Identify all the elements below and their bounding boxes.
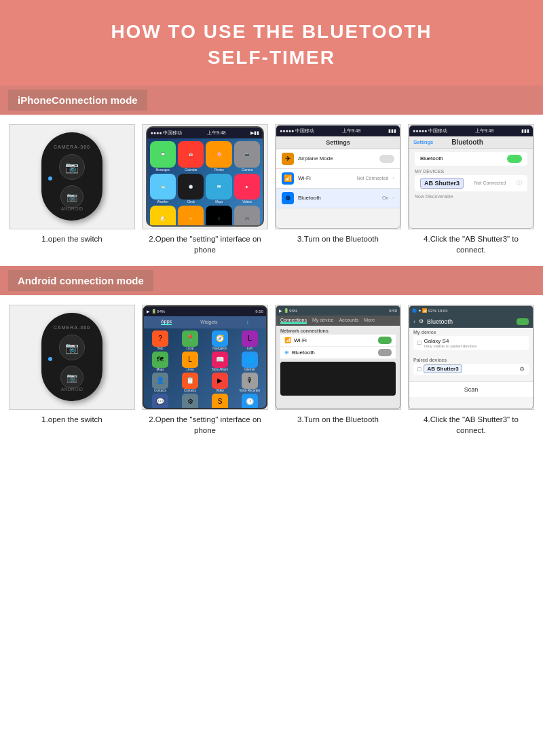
messenger-app-icon: 💬 [152,394,168,408]
wifi-conn-toggle[interactable] [378,337,392,344]
apps-tab[interactable]: Apps [161,319,172,325]
iphone-caption-4: 4.Click the "AB Shutter3" to connect. [408,233,534,255]
android-section-label: Android connection mode [8,270,153,291]
iphone-top-bar: ●●●● 中国移动 上午9:48 ▶▮▮ [147,128,263,138]
android-conn-screen: ▶ 🔋 94% 9:50 Connections My device Accou… [276,305,400,409]
wifi-conn-label: Wi-Fi [294,337,378,343]
accounts-tab[interactable]: Accounts [339,318,358,324]
android-step-1-img: CAMERA-360 📷 📷 iOS ANDROID [9,305,135,410]
android-ios-label: iOS [68,377,76,382]
bluetooth-icon: ⊕ [282,192,294,204]
android-section: Android connection mode CAMERA-360 📷 📷 i… [0,266,543,441]
iphone-step-4: ●●●●● 中国移动 上午9:48 ▮▮▮ Settings Bluetooth… [405,121,538,258]
connections-tab[interactable]: Connections [280,318,307,324]
android-caption-1: 1.open the switch [41,414,102,436]
android-paired-device-icon: □ [417,366,421,373]
app-s-planner: S S Planner [206,394,234,408]
android-scan-button[interactable]: Scan [409,381,533,397]
app-story-album: 📖 Story Album [206,352,234,371]
bt-discoverable-label: Now Discoverable [415,194,527,199]
app-lvlh: L Lvlh [236,330,264,350]
android-step-3-img: ▶ 🔋 94% 9:50 Connections My device Accou… [275,305,401,410]
bt-toggle-label: Bluetooth [420,155,443,162]
app-videos: ▶ [234,174,260,200]
app-contacts: 👤 Contacts [146,373,174,392]
bt-navigation-bar: Settings Bluetooth [409,136,533,149]
android-home-screen: ▶ 🔋 94% 9:50 Apps Widgets ↓ ? Help [143,305,267,409]
bt-conn-toggle[interactable] [378,349,392,356]
app-internet: 🌐 Internet [236,352,264,371]
app-maps: 🗺 Maps [146,352,174,371]
android-step-4: 🔵 ✦ 📶 92% 10:04 ‹ ⚙ Bluetooth My device … [405,302,538,438]
android-caption-2: 2.Open the "setting" interface on phone [142,414,268,436]
android-step-4-img: 🔵 ✦ 📶 92% 10:04 ‹ ⚙ Bluetooth My device … [408,305,534,410]
ios-label: iOS [68,197,76,202]
remote-device-iphone: CAMERA-360 📷 📷 iOS ANDROID [41,132,102,221]
iphone-step-3-img: ●●●●● 中国移动 上午9:48 ▮▮▮ Settings ✈ Airplan… [275,124,401,229]
bt-body: Bluetooth MY DEVICES AB Shutter3 Not Con… [409,149,533,202]
app-messenger: 💬 Messenger [146,394,174,408]
settings-wifi-row: 📶 Wi-Fi Not Connected › [276,169,400,189]
app-clock-android: 🕐 Clock [236,394,264,408]
bt-toggle-switch[interactable] [507,155,522,163]
iphone-top-bar-settings: ●●●●● 中国移动 上午9:48 ▮▮▮ [276,126,400,136]
android-remote-brand: CAMERA-360 [41,325,102,330]
iphone-screenshots-grid: CAMERA-360 📷 📷 iOS ANDROID 1.open the sw… [0,115,543,261]
android-paired-device-row[interactable]: □ AB Shutter3 ⚙ [413,364,529,375]
app-settings-android: ⚙ Settings [176,394,204,408]
android-caption-3: 3.Turn on the Bluetooth [297,414,379,436]
widgets-tab[interactable]: Widgets [200,320,217,324]
bt-conn-icon: ⊕ [284,349,289,356]
android-bt-toggle-on[interactable] [517,318,529,325]
help-app-icon: ? [152,330,168,347]
iphone-bt-screen: ●●●●● 中国移动 上午9:48 ▮▮▮ Settings Bluetooth… [409,125,533,229]
app-calendar: 📅 [178,141,204,167]
android-section-header: Android connection mode [0,266,543,295]
app-linea: L Linea [176,352,204,371]
android-step-2: ▶ 🔋 94% 9:50 Apps Widgets ↓ ? Help [138,302,272,438]
android-step-3: ▶ 🔋 94% 9:50 Connections My device Accou… [272,302,405,438]
android-top-bar: ▶ 🔋 94% 9:50 [144,307,266,316]
bt-back-button[interactable]: Settings [413,139,433,145]
bt-info-icon[interactable]: ⓘ [517,179,522,187]
app-local: 📍 Local [176,330,204,350]
app-contacts2: 📋 Contacts [176,373,204,392]
android-paired-gear-icon[interactable]: ⚙ [519,366,525,373]
bt-devices-section: MY DEVICES AB Shutter3 Not Connected ⓘ [415,169,527,191]
android-bt-title: Bluetooth [427,318,513,325]
wifi-arrow: › [392,175,394,181]
android-remote-top-btn: 📷 [59,335,85,360]
iphone-caption-2: 2.Open the "setting" interface on phone [142,233,268,255]
wifi-value: Not Connected [357,176,389,181]
network-conn-title: Network connections [280,328,396,333]
iphone-settings-screen: ●●●●● 中国移动 上午9:48 ▮▮▮ Settings ✈ Airplan… [276,125,400,229]
app-voice-recorder: 🎙 Voice Recorder [236,373,264,392]
bt-device-row[interactable]: AB Shutter3 Not Connected ⓘ [415,175,527,191]
app-clock: 🕐 [178,174,204,200]
bt-device-status: Not Connected [474,181,506,185]
android-my-device-row: □ Galaxy S4 Only visible to paired devic… [413,336,529,350]
settings-nav-title: Settings [276,136,400,149]
android-paired-label: Paired devices [413,358,529,362]
android-paired-devices-section: Paired devices □ AB Shutter3 ⚙ [409,356,533,379]
time-label: 上午9:48 [207,130,226,136]
download-icon: ↓ [246,319,249,325]
story-album-icon: 📖 [212,352,228,368]
bt-conn-label: Bluetooth [292,349,378,356]
iphone-caption-3: 3.Turn on the Bluetooth [297,233,379,255]
more-tab[interactable]: More [364,318,375,324]
iphone-step-3: ●●●●● 中国移动 上午9:48 ▮▮▮ Settings ✈ Airplan… [272,121,405,258]
clock-android-icon: 🕐 [242,394,258,408]
android-camera-icon-top: 📷 [65,341,79,354]
iphone-step-2-img: ●●●● 中国移动 上午9:48 ▶▮▮ 💬 Messages 📅 Calend… [142,124,268,229]
bluetooth-value: On [382,195,388,200]
android-bt-back-icon[interactable]: ‹ [413,318,415,325]
bluetooth-label: Bluetooth [298,195,378,201]
remote-device-android: CAMERA-360 📷 📷 iOS ANDROID [41,313,102,401]
voice-recorder-icon: 🎙 [242,373,258,389]
android-bt-header: ‹ ⚙ Bluetooth [409,316,533,328]
android-my-device-icon: □ [417,339,421,346]
android-black-area [280,362,396,396]
android-step-1: CAMERA-360 📷 📷 iOS ANDROID 1.open the sw… [5,302,138,438]
my-device-tab[interactable]: My device [312,318,334,324]
